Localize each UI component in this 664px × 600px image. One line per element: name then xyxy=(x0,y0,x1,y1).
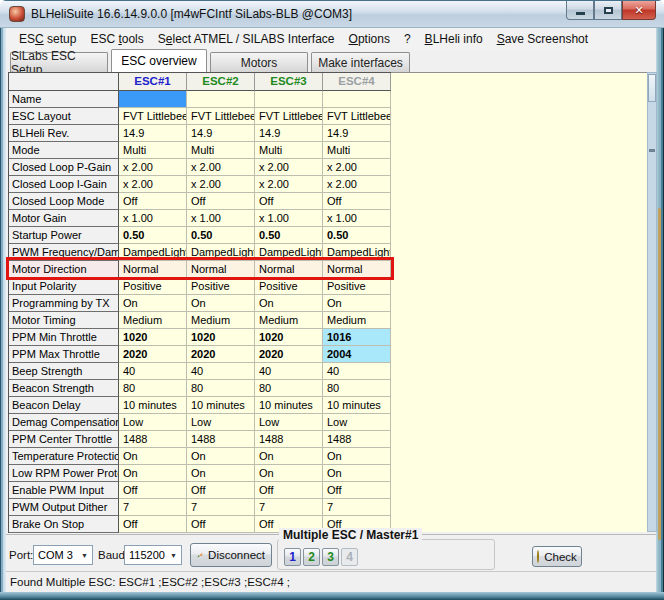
table-cell[interactable]: x 2.00 xyxy=(323,176,391,193)
table-cell[interactable]: 0.50 xyxy=(187,227,255,244)
table-cell[interactable]: 10 minutes xyxy=(187,397,255,414)
esc-select-button-3[interactable]: 3 xyxy=(322,548,339,566)
table-cell[interactable]: On xyxy=(255,448,323,465)
table-cell[interactable]: On xyxy=(187,465,255,482)
table-cell[interactable]: On xyxy=(323,295,391,312)
table-cell[interactable]: Positive xyxy=(119,278,187,295)
tab-silabs-esc-setup[interactable]: SiLabs ESC Setup xyxy=(10,52,108,72)
table-cell[interactable]: On xyxy=(323,465,391,482)
table-cell[interactable]: Positive xyxy=(255,278,323,295)
table-cell[interactable]: Positive xyxy=(323,278,391,295)
table-cell[interactable]: On xyxy=(187,295,255,312)
table-cell[interactable]: 10 minutes xyxy=(255,397,323,414)
table-cell[interactable]: 1016 xyxy=(323,329,391,346)
table-cell[interactable]: 80 xyxy=(255,380,323,397)
table-cell[interactable]: x 2.00 xyxy=(119,159,187,176)
table-cell[interactable]: Low xyxy=(119,414,187,431)
table-cell[interactable]: Off xyxy=(187,482,255,499)
table-cell[interactable]: 40 xyxy=(255,363,323,380)
table-cell[interactable]: Medium xyxy=(119,312,187,329)
table-cell[interactable]: 2020 xyxy=(187,346,255,363)
menu-item-options[interactable]: Options xyxy=(342,29,397,49)
table-cell[interactable]: On xyxy=(323,448,391,465)
table-cell[interactable]: Medium xyxy=(255,312,323,329)
baud-select[interactable]: 115200 ▼ xyxy=(124,545,182,565)
table-cell[interactable]: 2020 xyxy=(119,346,187,363)
menu-item-item[interactable]: ? xyxy=(397,29,418,49)
table-cell[interactable]: x 2.00 xyxy=(187,159,255,176)
table-cell[interactable]: Positive xyxy=(187,278,255,295)
table-cell[interactable]: Off xyxy=(187,516,255,533)
table-cell[interactable]: 0.50 xyxy=(323,227,391,244)
table-cell[interactable]: x 2.00 xyxy=(255,159,323,176)
title-bar[interactable]: BLHeliSuite 16.6.14.9.0.0 [m4wFCIntf SiL… xyxy=(0,0,664,28)
table-cell[interactable]: 80 xyxy=(119,380,187,397)
table-cell[interactable]: Normal xyxy=(323,261,391,278)
table-cell[interactable]: FVT Littlebee 30. xyxy=(187,108,255,125)
table-cell[interactable]: 40 xyxy=(187,363,255,380)
table-cell[interactable]: x 2.00 xyxy=(255,176,323,193)
table-cell[interactable]: DampedLight xyxy=(255,244,323,261)
table-cell[interactable]: Medium xyxy=(323,312,391,329)
table-cell[interactable]: Off xyxy=(119,193,187,210)
table-cell[interactable]: x 1.00 xyxy=(119,210,187,227)
table-cell[interactable]: 1488 xyxy=(323,431,391,448)
close-button[interactable]: ✕ xyxy=(622,1,656,20)
table-cell[interactable]: Off xyxy=(255,482,323,499)
port-select[interactable]: COM 3 ▼ xyxy=(33,545,93,565)
table-cell[interactable]: 7 xyxy=(187,499,255,516)
table-cell[interactable]: On xyxy=(119,465,187,482)
table-cell[interactable]: Multi xyxy=(119,142,187,159)
vertical-scrollbar[interactable] xyxy=(647,72,657,532)
table-cell[interactable]: 7 xyxy=(255,499,323,516)
table-cell[interactable]: x 2.00 xyxy=(119,176,187,193)
table-cell[interactable]: Off xyxy=(323,193,391,210)
table-cell[interactable]: FVT Littlebee 30. xyxy=(255,108,323,125)
table-cell[interactable]: 1488 xyxy=(187,431,255,448)
table-cell[interactable]: On xyxy=(187,448,255,465)
table-cell[interactable]: Off xyxy=(323,482,391,499)
table-cell[interactable]: 10 minutes xyxy=(323,397,391,414)
table-cell[interactable]: DampedLight xyxy=(119,244,187,261)
table-cell[interactable]: 10 minutes xyxy=(119,397,187,414)
table-cell[interactable]: Normal xyxy=(255,261,323,278)
table-cell[interactable]: FVT Littlebee 30. xyxy=(323,108,391,125)
table-cell[interactable] xyxy=(119,91,187,108)
table-cell[interactable]: x 1.00 xyxy=(187,210,255,227)
table-cell[interactable]: On xyxy=(119,448,187,465)
table-cell[interactable] xyxy=(255,91,323,108)
table-cell[interactable]: Off xyxy=(255,193,323,210)
table-cell[interactable]: Off xyxy=(119,482,187,499)
esc-select-button-2[interactable]: 2 xyxy=(303,548,320,566)
table-cell[interactable]: 1020 xyxy=(187,329,255,346)
table-cell[interactable]: 14.9 xyxy=(255,125,323,142)
table-cell[interactable]: 1488 xyxy=(119,431,187,448)
tab-esc-overview[interactable]: ESC overview xyxy=(111,49,207,72)
scrollbar-thumb[interactable] xyxy=(648,74,656,102)
table-cell[interactable]: 2020 xyxy=(255,346,323,363)
table-cell[interactable]: On xyxy=(119,295,187,312)
table-cell[interactable]: 80 xyxy=(323,380,391,397)
table-cell[interactable]: x 2.00 xyxy=(187,176,255,193)
table-cell[interactable]: 2004 xyxy=(323,346,391,363)
table-cell[interactable]: 14.9 xyxy=(187,125,255,142)
table-cell[interactable]: DampedLight xyxy=(187,244,255,261)
table-cell[interactable]: Normal xyxy=(119,261,187,278)
table-cell[interactable]: Multi xyxy=(255,142,323,159)
table-cell[interactable]: 0.50 xyxy=(119,227,187,244)
table-cell[interactable]: FVT Littlebee 30. xyxy=(119,108,187,125)
table-cell[interactable]: 1488 xyxy=(255,431,323,448)
table-cell[interactable]: x 1.00 xyxy=(323,210,391,227)
table-cell[interactable]: Off xyxy=(187,193,255,210)
table-cell[interactable]: 40 xyxy=(119,363,187,380)
table-cell[interactable]: 0.50 xyxy=(255,227,323,244)
table-cell[interactable]: Normal xyxy=(187,261,255,278)
menu-item-blheli-info[interactable]: BLHeli info xyxy=(418,29,490,49)
table-cell[interactable]: Multi xyxy=(323,142,391,159)
table-cell[interactable] xyxy=(323,91,391,108)
check-button[interactable]: Check xyxy=(532,546,582,567)
menu-item-esc-setup[interactable]: ESC setup xyxy=(12,29,83,49)
table-cell[interactable]: Multi xyxy=(187,142,255,159)
table-cell[interactable]: 7 xyxy=(323,499,391,516)
tab-make-interfaces[interactable]: Make interfaces xyxy=(311,52,410,72)
